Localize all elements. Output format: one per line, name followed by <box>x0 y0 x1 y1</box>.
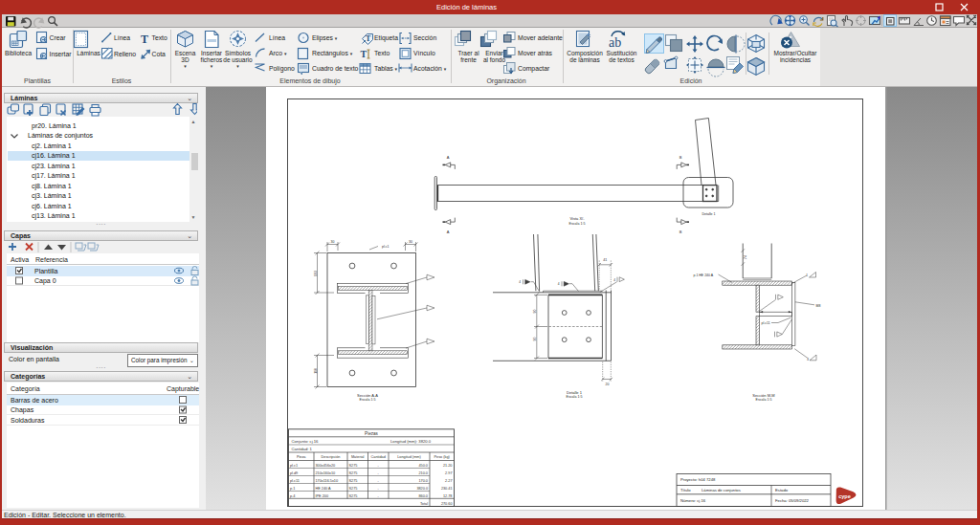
svg-text:pl.c1: pl.c1 <box>382 245 389 249</box>
svg-text:170x116.5x10: 170x116.5x10 <box>316 479 339 483</box>
svg-text:4: 4 <box>558 282 560 286</box>
svg-text:210.0: 210.0 <box>418 471 428 475</box>
svg-text:74: 74 <box>744 255 747 259</box>
svg-text:pl.d9: pl.d9 <box>290 471 298 475</box>
svg-text:Vista X/-: Vista X/- <box>569 216 585 221</box>
svg-text:T: T <box>141 33 148 46</box>
svg-text:IPE 200: IPE 200 <box>316 494 329 498</box>
svg-text:Detalle 1: Detalle 1 <box>567 390 583 395</box>
svg-text:193: 193 <box>314 271 318 276</box>
svg-text:270.60: 270.60 <box>441 502 453 506</box>
svg-text:Escala 1:5: Escala 1:5 <box>569 222 586 226</box>
svg-text:S275: S275 <box>349 479 358 483</box>
svg-text:p.4: p.4 <box>290 494 295 498</box>
svg-text:S275: S275 <box>349 464 358 468</box>
svg-text:20: 20 <box>606 383 610 386</box>
svg-text:S275: S275 <box>349 471 358 475</box>
svg-text:230.41: 230.41 <box>441 487 453 491</box>
svg-text:Piezas: Piezas <box>365 431 378 436</box>
svg-text:Conjunto: cj.16: Conjunto: cj.16 <box>292 439 320 444</box>
svg-text:21.20: 21.20 <box>443 464 453 468</box>
svg-text:860.0: 860.0 <box>418 494 428 498</box>
svg-text:Láminas de conjuntos: Láminas de conjuntos <box>702 488 741 492</box>
svg-text:cype: cype <box>838 493 851 499</box>
svg-text:1: 1 <box>806 273 808 277</box>
svg-text:3820.0: 3820.0 <box>416 487 428 491</box>
svg-text:Peso (kg): Peso (kg) <box>434 455 451 459</box>
svg-text:Proyecto: h04 7248: Proyecto: h04 7248 <box>680 477 716 482</box>
svg-text:90: 90 <box>533 310 537 314</box>
svg-text:p.1: p.1 <box>290 487 295 491</box>
svg-text:4: 4 <box>807 358 809 361</box>
svg-text:pl.c11: pl.c11 <box>762 321 770 325</box>
svg-text:Longitud (mm): Longitud (mm) <box>397 455 421 459</box>
svg-text:p.1 HE 240 A: p.1 HE 240 A <box>694 273 714 277</box>
svg-text:T: T <box>366 34 371 43</box>
svg-text:HE 240 A: HE 240 A <box>316 487 332 491</box>
svg-text:ab: ab <box>609 35 621 50</box>
svg-text:Escala 1:5: Escala 1:5 <box>360 398 376 402</box>
svg-text:30: 30 <box>331 240 335 244</box>
svg-text:4: 4 <box>613 278 615 282</box>
svg-text:M8: M8 <box>816 304 821 308</box>
svg-text:pl.c11: pl.c11 <box>290 479 300 483</box>
svg-text:Material: Material <box>351 455 365 459</box>
svg-text:A: A <box>447 155 450 160</box>
svg-text:4: 4 <box>519 280 521 284</box>
svg-text:30: 30 <box>409 240 412 244</box>
svg-text:170.0: 170.0 <box>418 479 428 483</box>
svg-text:Total: Total <box>420 502 428 506</box>
svg-text:Longitud (mm): 3820.0: Longitud (mm): 3820.0 <box>390 439 432 444</box>
svg-text:Escala 1:5: Escala 1:5 <box>756 398 772 402</box>
svg-text:S275: S275 <box>349 494 358 498</box>
svg-text:Sección M-M: Sección M-M <box>752 393 774 398</box>
svg-text:pl.c1: pl.c1 <box>290 464 298 468</box>
svg-text:Cantidad: 1: Cantidad: 1 <box>292 447 313 451</box>
svg-text:Descripción: Descripción <box>322 455 341 459</box>
svg-text:2.27: 2.27 <box>445 479 452 483</box>
svg-text:450.0: 450.0 <box>418 464 428 468</box>
svg-text:210x160x10: 210x160x10 <box>316 471 336 475</box>
svg-text:Escala 1:5: Escala 1:5 <box>567 395 583 399</box>
svg-text:Estado: Estado <box>775 488 789 492</box>
svg-text:118: 118 <box>314 368 318 374</box>
svg-text:Sección A-A: Sección A-A <box>357 393 378 398</box>
svg-text:Número: cj.16: Número: cj.16 <box>680 498 706 503</box>
svg-text:Pieza: Pieza <box>297 455 306 459</box>
svg-text:90: 90 <box>533 338 537 341</box>
svg-text:A: A <box>447 230 450 234</box>
svg-text:2.97: 2.97 <box>445 471 452 475</box>
svg-text:Título: Título <box>680 488 691 492</box>
svg-text:300x456x20: 300x456x20 <box>316 464 336 468</box>
svg-text:Detalle 1: Detalle 1 <box>702 212 715 216</box>
svg-text:B: B <box>679 155 682 160</box>
svg-text:Cantidad: Cantidad <box>371 455 386 459</box>
svg-text:B: B <box>679 230 682 234</box>
svg-text:41: 41 <box>603 258 607 262</box>
svg-text:12.78: 12.78 <box>443 494 453 498</box>
svg-text:S275: S275 <box>349 487 358 491</box>
svg-text:T: T <box>361 49 368 59</box>
svg-text:Fecha: 05/09/2022: Fecha: 05/09/2022 <box>775 498 810 503</box>
